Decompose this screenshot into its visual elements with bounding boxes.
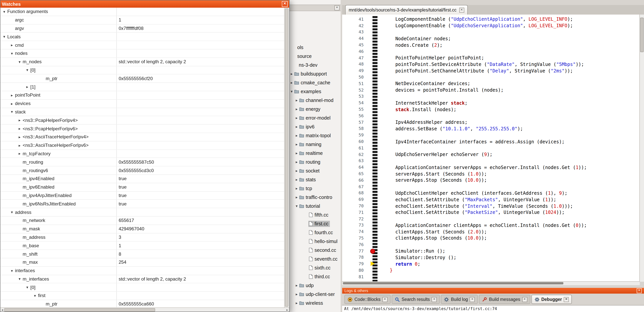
watch-row[interactable]: ▾nodes — [0, 49, 285, 58]
close-icon[interactable]: ✕ — [432, 297, 437, 302]
chevron-down-icon[interactable]: ▾ — [17, 60, 22, 64]
line-marker-margin[interactable] — [368, 164, 386, 171]
watch-row[interactable]: m_base1 — [0, 242, 285, 250]
chevron-down-icon[interactable]: ▾ — [25, 285, 30, 289]
watch-row[interactable]: m_routingv60x5555555cd3c0 — [0, 166, 285, 175]
chevron-right-icon[interactable]: ▸ — [10, 93, 14, 97]
line-marker-margin[interactable] — [368, 138, 386, 145]
chevron-down-icon[interactable]: ▾ — [25, 68, 30, 72]
close-icon[interactable]: ✕ — [564, 297, 569, 302]
chevron-right-icon[interactable]: ▸ — [10, 101, 14, 106]
watch-row[interactable]: m_ptr0x5555555ca660 — [0, 300, 285, 308]
line-marker-margin[interactable] — [368, 183, 386, 190]
watch-row[interactable]: m_ipv6NsRsJitterEnabledtrue — [0, 200, 285, 208]
watch-row[interactable]: m_mask4294967040 — [0, 225, 285, 233]
watch-row[interactable]: ▸<ns3::PcapHelperForIpv4> — [0, 116, 285, 125]
watches-vertical-scrollbar[interactable] — [284, 8, 289, 308]
watch-row[interactable]: ▾Locals — [0, 33, 285, 41]
code-text[interactable]: pointToPoint.SetChannelAttribute ("Delay… — [386, 68, 573, 74]
watch-row[interactable]: ▾[0] — [0, 66, 285, 75]
watch-row[interactable]: m_shift8 — [0, 250, 285, 258]
watch-row[interactable]: ▾first — [0, 292, 285, 300]
watch-row[interactable]: ▾stack — [0, 108, 285, 116]
chevron-right-icon[interactable]: ▸ — [17, 118, 22, 123]
watch-row[interactable]: ▸m_tcpFactory — [0, 150, 285, 158]
line-marker-margin[interactable] — [368, 235, 386, 241]
watch-row[interactable]: ▸devices — [0, 100, 285, 108]
line-marker-margin[interactable] — [368, 106, 386, 113]
line-marker-margin[interactable] — [368, 209, 386, 216]
line-marker-margin[interactable] — [368, 100, 386, 106]
chevron-right-icon[interactable]: ▸ — [294, 133, 299, 138]
chevron-right-icon[interactable]: ▸ — [17, 152, 22, 156]
watch-row[interactable]: ▸<ns3::AsciiTraceHelperForIpv6> — [0, 142, 285, 150]
tree-item-seventh-cc[interactable]: seventh.cc — [290, 255, 340, 263]
chevron-right-icon[interactable]: ▸ — [294, 151, 299, 155]
watch-row[interactable]: ▾[0] — [0, 284, 285, 292]
chevron-right-icon[interactable]: ▸ — [17, 127, 22, 131]
watch-row[interactable]: m_address3 — [0, 233, 285, 242]
chevron-right-icon[interactable]: ▸ — [294, 98, 299, 102]
scrollbar-thumb[interactable] — [640, 18, 644, 52]
line-marker-margin[interactable] — [368, 80, 386, 87]
close-icon[interactable]: ✕ — [382, 297, 388, 302]
chevron-down-icon[interactable]: ▾ — [10, 210, 14, 214]
scrollbar-thumb[interactable] — [285, 8, 288, 307]
logs-tab-code-blocks[interactable]: Code::Blocks✕ — [344, 295, 390, 304]
chevron-down-icon[interactable]: ▾ — [33, 294, 37, 298]
line-marker-margin[interactable] — [368, 216, 386, 222]
logs-tab-debugger[interactable]: Debugger✕ — [531, 295, 572, 304]
code-text[interactable]: NodeContainer nodes; — [386, 36, 451, 41]
line-marker-margin[interactable] — [368, 132, 386, 139]
tree-item-first-cc[interactable]: first.cc — [290, 219, 340, 228]
chevron-right-icon[interactable]: ▸ — [17, 135, 22, 139]
line-marker-margin[interactable] — [368, 29, 386, 35]
scroll-left-arrow-icon[interactable]: ◄ — [0, 308, 4, 312]
watch-row[interactable]: m_ptr0x55555556cf20 — [0, 75, 285, 83]
tree-item-ipv6[interactable]: ▸ipv6 — [290, 122, 340, 131]
watch-row[interactable]: m_routing0x555555587c50 — [0, 158, 285, 166]
tree-item-energy[interactable]: ▸energy — [290, 105, 340, 114]
editor-tab-first-cc[interactable]: mnt/dev/tools/source/ns-3-dev/examples/t… — [345, 5, 468, 14]
tree-item-wireless[interactable]: ▸wireless — [290, 299, 340, 308]
watch-row[interactable]: m_ipv4ArpJitterEnabledtrue — [0, 191, 285, 200]
line-marker-margin[interactable] — [368, 177, 386, 184]
watch-row[interactable]: ▸<ns3::AsciiTraceHelperForIpv4> — [0, 133, 285, 142]
chevron-down-icon[interactable]: ▾ — [10, 110, 14, 114]
line-marker-margin[interactable] — [368, 119, 386, 126]
watch-row[interactable]: ▸cmd — [0, 41, 285, 49]
code-text[interactable]: serverApps.Stop (Seconds (10.0)); — [386, 178, 487, 183]
tree-item-stats[interactable]: ▸stats — [290, 175, 340, 184]
tree-item-sixth-cc[interactable]: sixth.cc — [290, 263, 340, 272]
line-marker-margin[interactable] — [368, 158, 386, 164]
chevron-right-icon[interactable]: ▸ — [294, 116, 299, 120]
code-text[interactable]: return 0; — [386, 261, 420, 267]
line-marker-margin[interactable] — [368, 196, 386, 203]
close-icon[interactable]: ✕ — [637, 288, 642, 293]
code-text[interactable]: LogComponentEnable ("UdpEchoServerApplic… — [386, 23, 573, 28]
line-marker-margin[interactable] — [368, 229, 386, 235]
line-marker-margin[interactable] — [368, 113, 386, 119]
tree-item-fifth-cc[interactable]: fifth.cc — [290, 210, 340, 219]
watch-row[interactable]: m_network655617 — [0, 217, 285, 225]
tree-item-ols[interactable]: ols — [290, 43, 340, 52]
watch-row[interactable]: ▾m_nodesstd::vector of length 2, capacit… — [0, 58, 285, 66]
watches-horizontal-scrollbar[interactable]: ◄ ► — [0, 308, 289, 312]
line-marker-margin[interactable] — [368, 23, 386, 29]
line-marker-margin[interactable] — [368, 145, 386, 152]
watch-row[interactable]: ▸<ns3::PcapHelperForIpv6> — [0, 125, 285, 133]
chevron-right-icon[interactable]: ▸ — [294, 142, 299, 147]
close-icon[interactable]: ✕ — [522, 297, 527, 302]
tree-item-udp-client-ser[interactable]: ▸udp-client-ser — [290, 290, 340, 299]
tree-item-tutorial[interactable]: ▾tutorial — [290, 202, 340, 210]
line-marker-margin[interactable] — [368, 170, 386, 177]
line-marker-margin[interactable] — [368, 87, 386, 94]
editor-horizontal-scrollbar[interactable] — [342, 281, 640, 285]
chevron-down-icon[interactable]: ▾ — [294, 204, 299, 208]
code-text[interactable]: UdpEchoServerHelper echoServer (9); — [386, 152, 492, 157]
code-text[interactable]: Ipv4InterfaceContainer interfaces = addr… — [386, 139, 564, 144]
code-text[interactable]: devices = pointToPoint.Install (nodes); — [386, 87, 504, 93]
line-marker-margin[interactable] — [368, 16, 386, 23]
scroll-right-arrow-icon[interactable]: ► — [285, 308, 289, 312]
scrollbar-thumb[interactable] — [343, 282, 563, 284]
